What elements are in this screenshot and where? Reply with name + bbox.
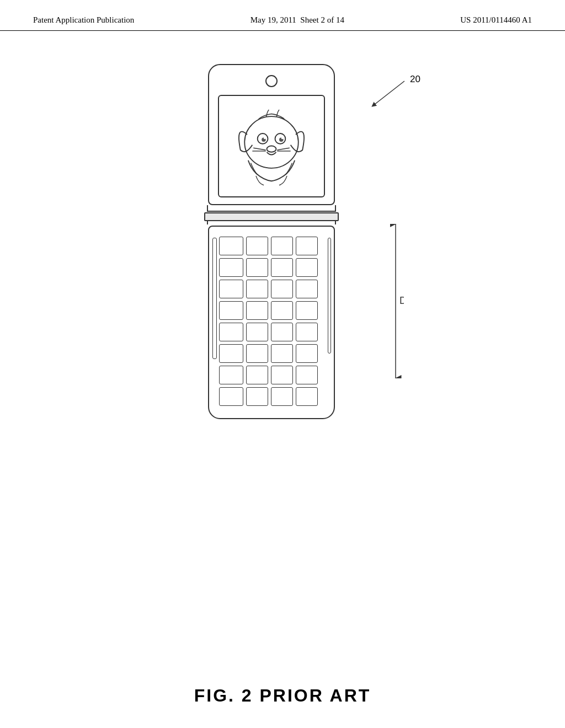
- key-6-3: [271, 344, 293, 363]
- phone-lower-section: [208, 226, 335, 419]
- key-4-2: [246, 301, 268, 320]
- key-7-3: [271, 366, 293, 384]
- header-sheet: Sheet 2 of 14: [300, 15, 344, 24]
- d1-arrow-svg: D1: [387, 224, 404, 378]
- key-1-1: [219, 237, 243, 255]
- svg-line-10: [253, 148, 265, 150]
- key-1-2: [246, 237, 268, 255]
- figure-caption: FIG. 2 PRIOR ART: [0, 686, 565, 706]
- svg-point-9: [267, 146, 276, 152]
- key-6-1: [219, 344, 243, 363]
- svg-point-2: [244, 116, 298, 168]
- phone-screen: [218, 95, 325, 197]
- keypad-grid: [217, 234, 326, 408]
- phone-diagram: 20: [183, 64, 360, 419]
- key-5-2: [246, 323, 268, 341]
- key-2-2: [246, 258, 268, 277]
- ref-number-20-container: 20: [410, 74, 420, 85]
- key-1-3: [271, 237, 293, 255]
- key-1-4: [296, 237, 318, 255]
- key-5-3: [271, 323, 293, 341]
- key-8-1: [219, 387, 243, 406]
- key-3-2: [246, 280, 268, 298]
- key-8-2: [246, 387, 268, 406]
- page-header: Patent Application Publication May 19, 2…: [0, 0, 565, 31]
- key-4-1: [219, 301, 243, 320]
- camera-lens: [265, 75, 278, 87]
- key-2-1: [219, 258, 243, 277]
- left-side-rail: [212, 238, 217, 359]
- header-publication-type: Patent Application Publication: [33, 15, 134, 25]
- key-4-4: [296, 301, 318, 320]
- key-3-4: [296, 280, 318, 298]
- ref-20-arrow-line: [363, 78, 413, 111]
- key-3-1: [219, 280, 243, 298]
- phone-upper-section: [208, 64, 335, 205]
- key-6-4: [296, 344, 318, 363]
- right-side-rail: [328, 238, 331, 354]
- key-8-4: [296, 387, 318, 406]
- svg-line-1: [374, 81, 404, 105]
- phone-hinge: [207, 205, 336, 224]
- header-date-sheet: May 19, 2011 Sheet 2 of 14: [250, 15, 344, 25]
- svg-point-8: [281, 137, 284, 140]
- key-7-1: [219, 366, 243, 384]
- header-date: May 19, 2011: [250, 15, 301, 24]
- main-content: 20: [0, 31, 565, 649]
- key-7-4: [296, 366, 318, 384]
- d1-annotation: D1: [387, 224, 404, 378]
- key-2-3: [271, 258, 293, 277]
- key-6-2: [246, 344, 268, 363]
- key-7-2: [246, 366, 268, 384]
- key-5-1: [219, 323, 243, 341]
- key-5-4: [296, 323, 318, 341]
- key-4-3: [271, 301, 293, 320]
- key-8-3: [271, 387, 293, 406]
- svg-text:D1: D1: [399, 295, 404, 306]
- key-2-4: [296, 258, 318, 277]
- svg-point-5: [264, 137, 266, 140]
- dog-illustration: [222, 99, 321, 193]
- header-patent-number: US 2011/0114460 A1: [460, 15, 532, 25]
- svg-line-12: [277, 148, 289, 150]
- key-3-3: [271, 280, 293, 298]
